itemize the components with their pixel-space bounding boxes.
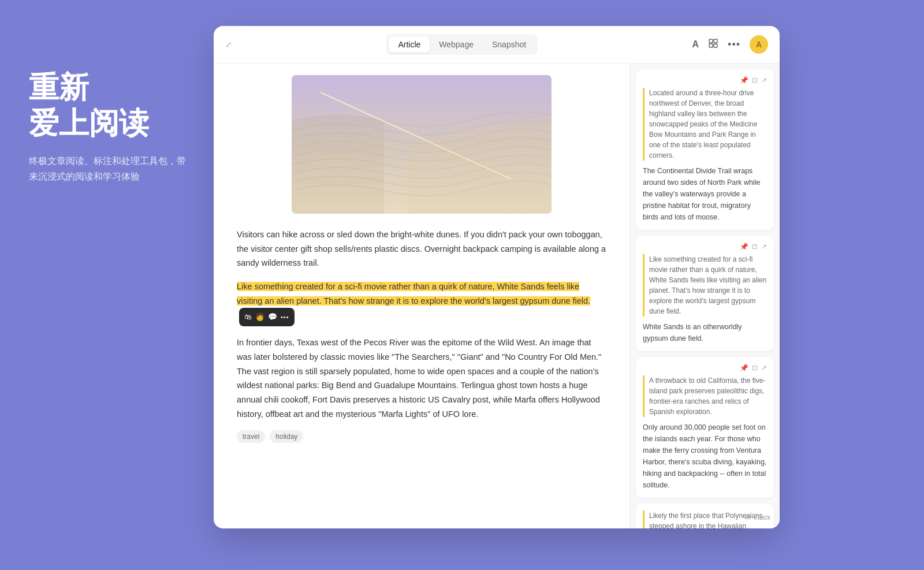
left-panel: 重新 爱上阅读 终极文章阅读、标注和处理工具包，带来沉浸式的阅读和学习体验 <box>29 69 191 184</box>
note-1-copy-icon[interactable]: ⊡ <box>752 76 758 84</box>
note-3-copy-icon[interactable]: ⊡ <box>752 364 758 372</box>
note-2-more-icon[interactable]: ↗ <box>761 243 767 251</box>
content-area: Visitors can hike across or sled down th… <box>214 64 780 528</box>
svg-rect-1 <box>714 39 717 43</box>
note-3-pin-icon[interactable]: 📌 <box>740 364 748 372</box>
tag-holiday[interactable]: holiday <box>270 430 303 443</box>
svg-rect-0 <box>709 39 713 43</box>
toolbar: ⤢ Article Webpage Snapshot A ••• A <box>214 26 780 64</box>
note-1-pin-icon[interactable]: 📌 <box>740 76 748 84</box>
tag-travel[interactable]: travel <box>237 430 265 443</box>
article-body: Visitors can hike across or sled down th… <box>237 228 606 421</box>
avatar-button[interactable]: A <box>750 35 768 54</box>
more-icon[interactable]: ••• <box>728 39 740 51</box>
highlighted-text: Like something created for a sci-fi movi… <box>237 282 590 306</box>
note-1-more-icon[interactable]: ↗ <box>761 76 767 84</box>
note-card-1: 📌 ⊡ ↗ Located around a three-hour drive … <box>636 69 774 230</box>
inbox-icon: ✉ <box>745 513 751 521</box>
toolbar-right: A ••• A <box>692 35 768 54</box>
tags-row: travel holiday <box>237 430 606 443</box>
note-1-body: The Continental Divide Trail wraps aroun… <box>643 165 767 223</box>
toolbar-bag-icon[interactable]: 🛍 <box>244 311 252 323</box>
inbox-label: inbox <box>754 513 770 521</box>
font-icon[interactable]: A <box>692 39 699 50</box>
note-2-highlight: Like something created for a sci-fi movi… <box>643 254 767 316</box>
note-1-actions: 📌 ⊡ ↗ <box>643 76 767 84</box>
main-title: 重新 爱上阅读 <box>29 69 191 141</box>
note-2-copy-icon[interactable]: ⊡ <box>752 243 758 251</box>
toolbar-left: ⤢ <box>225 40 232 49</box>
tab-article[interactable]: Article <box>389 36 430 53</box>
note-2-actions: 📌 ⊡ ↗ <box>643 243 767 251</box>
note-card-2: 📌 ⊡ ↗ Like something created for a sci-f… <box>636 236 774 351</box>
note-3-highlight: A throwback to old California, the five-… <box>643 375 767 417</box>
toolbar-chat-icon[interactable]: 💬 <box>268 311 277 323</box>
svg-rect-2 <box>709 44 713 47</box>
note-2-body: White Sands is an otherworldly gypsum du… <box>643 321 767 344</box>
note-1-highlight: Located around a three-hour drive northw… <box>643 88 767 161</box>
toolbar-dots-icon[interactable]: ••• <box>281 312 289 323</box>
title-line1: 重新 <box>29 70 89 104</box>
article-paragraph-1: Visitors can hike across or sled down th… <box>237 228 606 270</box>
right-panel: 📌 ⊡ ↗ Located around a three-hour drive … <box>629 64 780 528</box>
article-section: Visitors can hike across or sled down th… <box>214 64 629 528</box>
note-card-3: 📌 ⊡ ↗ A throwback to old California, the… <box>636 357 774 498</box>
tab-bar: Article Webpage Snapshot <box>386 34 538 55</box>
note-3-actions: 📌 ⊡ ↗ <box>643 364 767 372</box>
svg-rect-3 <box>714 44 717 47</box>
note-3-more-icon[interactable]: ↗ <box>761 364 767 372</box>
toolbar-person-icon[interactable]: 🧑 <box>255 311 264 323</box>
note-2-pin-icon[interactable]: 📌 <box>740 243 748 251</box>
inbox-bar[interactable]: ✉ inbox <box>745 513 770 521</box>
layout-icon[interactable] <box>708 38 718 51</box>
tab-webpage[interactable]: Webpage <box>430 36 483 53</box>
tab-snapshot[interactable]: Snapshot <box>483 36 535 53</box>
article-paragraph-highlighted: Like something created for a sci-fi movi… <box>237 280 606 326</box>
title-line2: 爱上阅读 <box>29 106 149 140</box>
subtitle: 终极文章阅读、标注和处理工具包，带来沉浸式的阅读和学习体验 <box>29 153 191 184</box>
note-3-body: Only around 30,000 people set foot on th… <box>643 422 767 491</box>
article-image <box>292 75 552 214</box>
article-paragraph-2: In frontier days, Texas west of the Peco… <box>237 336 606 421</box>
collapse-icon[interactable]: ⤢ <box>225 40 232 49</box>
main-window: ⤢ Article Webpage Snapshot A ••• A <box>214 26 780 528</box>
